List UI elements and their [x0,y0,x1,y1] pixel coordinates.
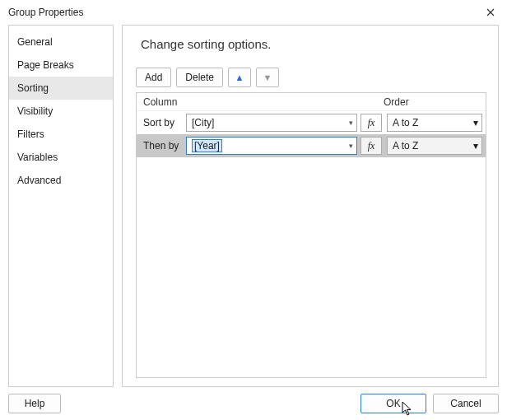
main-panel: Change sorting options. Add Delete ▲ ▼ C… [122,25,499,387]
help-button[interactable]: Help [8,394,61,413]
sort-row[interactable]: Sort by [City] ▾ fx A to Z ▾ [137,111,486,134]
titlebar: Group Properties [0,0,507,25]
sort-order-combo[interactable]: A to Z ▾ [387,114,482,132]
arrow-down-icon: ▼ [263,72,272,82]
column-header-order: Order [380,96,486,108]
sort-column-combo[interactable]: [Year] ▾ [186,137,357,155]
sidebar-item-label: General [17,36,53,48]
combo-value: A to Z [393,117,418,128]
button-label: Cancel [450,398,481,409]
dialog-footer: Help OK Cancel [8,394,499,413]
add-button[interactable]: Add [136,68,171,87]
button-label: Help [25,398,45,409]
sort-order-combo[interactable]: A to Z ▾ [387,137,482,155]
sort-column-combo[interactable]: [City] ▾ [186,114,357,132]
arrow-up-icon: ▲ [235,72,244,82]
ok-button[interactable]: OK [360,394,426,413]
sidebar-item-label: Visibility [17,105,53,117]
close-icon[interactable] [481,2,500,22]
sidebar-item-variables[interactable]: Variables [9,146,113,169]
sidebar-item-page-breaks[interactable]: Page Breaks [9,54,113,77]
column-header-column: Column [137,96,380,108]
dialog-body: General Page Breaks Sorting Visibility F… [0,25,507,387]
button-label: Add [145,72,162,83]
chevron-down-icon: ▾ [349,119,353,127]
expression-button[interactable]: fx [360,137,382,155]
sidebar-item-filters[interactable]: Filters [9,123,113,146]
chevron-down-icon: ▾ [473,140,478,152]
expression-button[interactable]: fx [360,114,382,132]
sidebar-item-label: Filters [17,128,44,140]
fx-icon: fx [368,117,375,129]
sidebar-item-label: Advanced [17,175,61,186]
sidebar: General Page Breaks Sorting Visibility F… [8,25,114,387]
chevron-down-icon: ▾ [473,117,478,128]
panel-heading: Change sorting options. [141,37,486,51]
sidebar-item-sorting[interactable]: Sorting [9,77,113,100]
sidebar-item-visibility[interactable]: Visibility [9,100,113,123]
dialog-title: Group Properties [8,7,83,18]
sidebar-item-label: Page Breaks [17,59,74,71]
row-label: Then by [143,140,186,152]
sidebar-item-label: Variables [17,152,58,163]
button-label: Delete [185,72,214,83]
row-label: Sort by [143,117,186,128]
sort-row[interactable]: Then by [Year] ▾ fx A to Z ▾ [137,134,486,157]
combo-value: [City] [192,117,214,128]
button-label: OK [386,398,400,409]
combo-value: A to Z [393,140,418,152]
cancel-button[interactable]: Cancel [433,394,499,413]
toolbar: Add Delete ▲ ▼ [136,68,486,87]
move-down-button[interactable]: ▼ [256,68,279,87]
move-up-button[interactable]: ▲ [228,68,251,87]
fx-icon: fx [368,140,375,152]
combo-value: [Year] [192,139,222,152]
sidebar-item-label: Sorting [17,82,49,94]
chevron-down-icon: ▾ [349,142,353,150]
sort-table: Column Order Sort by [City] ▾ fx A to Z … [136,92,486,378]
sidebar-item-general[interactable]: General [9,30,113,54]
sidebar-item-advanced[interactable]: Advanced [9,169,113,192]
delete-button[interactable]: Delete [176,68,223,87]
table-header: Column Order [137,93,486,111]
